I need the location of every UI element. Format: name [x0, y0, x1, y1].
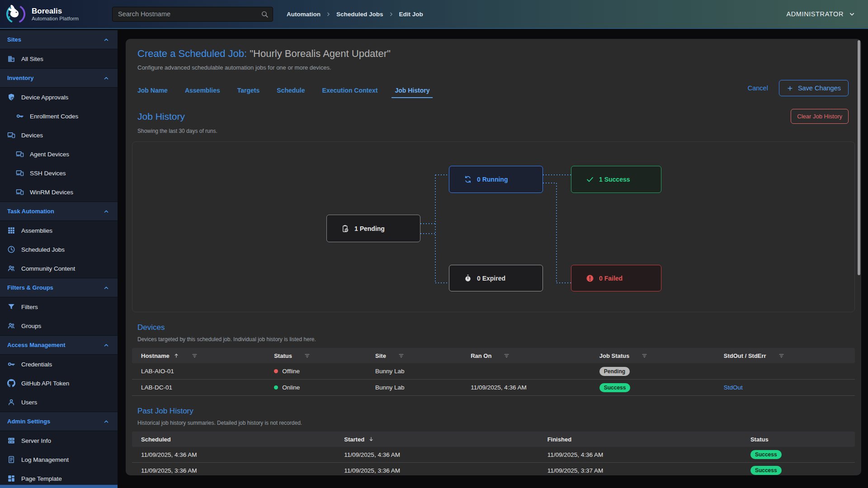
status-cell: Offline	[265, 368, 366, 375]
past-job-history-table: 11/09/2025, 4:36 AM11/09/2025, 4:36 AM11…	[132, 447, 855, 475]
device-row-lab-aio-01[interactable]: LAB-AIO-01OfflineBunny LabPending	[132, 363, 855, 380]
sidebar-item-ssh-devices[interactable]: SSH Devices	[0, 164, 118, 183]
devices-table: LAB-AIO-01OfflineBunny LabPendingLAB-DC-…	[132, 363, 855, 396]
sidebar-item-agent-devices[interactable]: Agent Devices	[0, 145, 118, 164]
column-header-hostname[interactable]: Hostname	[132, 352, 265, 359]
sidebar-item-label: Filters	[21, 304, 38, 310]
filter-icon	[778, 352, 785, 359]
column-header-label: Ran On	[471, 352, 491, 359]
chevron-right-icon	[388, 11, 394, 17]
search-input[interactable]	[112, 7, 273, 22]
sidebar-item-filters[interactable]: Filters	[0, 297, 118, 316]
user-menu-label: ADMINISTRATOR	[787, 10, 844, 18]
device-row-lab-dc-01[interactable]: LAB-DC-01OnlineBunny Lab11/09/2025, 4:36…	[132, 380, 855, 396]
site-cell: Bunny Lab	[366, 384, 462, 391]
devices-icon	[16, 188, 24, 196]
sidebar-item-all-sites[interactable]: All Sites	[0, 49, 118, 68]
column-header-status[interactable]: Status	[265, 352, 366, 359]
stdout-link[interactable]: StdOut	[724, 384, 743, 391]
finished-cell: 11/09/2025, 3:37 AM	[538, 467, 741, 474]
vertical-scrollbar[interactable]	[858, 40, 860, 275]
flow-node-pending[interactable]: 1 Pending	[326, 215, 420, 242]
job-status-cell: Success	[590, 383, 715, 392]
sidebar-item-devices[interactable]: Devices	[0, 126, 118, 145]
user-menu[interactable]: ADMINISTRATOR	[787, 10, 868, 18]
column-header-finished[interactable]: Finished	[538, 436, 741, 443]
stdout-cell: StdOut	[715, 384, 855, 391]
page-title-prefix: Create a Scheduled Job:	[137, 48, 247, 59]
sidebar-section-task-automation[interactable]: Task Automation	[0, 202, 118, 221]
breadcrumb-item: Edit Job	[399, 11, 423, 18]
status-dot-icon	[274, 369, 278, 373]
devices-icon	[16, 169, 24, 177]
sidebar-item-label: Scheduled Jobs	[21, 246, 65, 253]
sidebar-item-device-approvals[interactable]: Device Approvals	[0, 88, 118, 107]
flow-node-label: 0 Failed	[599, 275, 623, 282]
breadcrumb-item[interactable]: Scheduled Jobs	[336, 11, 383, 18]
sidebar-item-enrollment-codes[interactable]: Enrollment Codes	[0, 107, 118, 126]
tab-job-name[interactable]: Job Name	[137, 87, 168, 98]
sidebar-item-label: Enrollment Codes	[30, 113, 78, 120]
hostname-search	[112, 7, 273, 22]
column-header-job-status[interactable]: Job Status	[590, 352, 715, 359]
chevron-right-icon	[326, 11, 331, 17]
tab-job-history[interactable]: Job History	[395, 87, 429, 98]
save-changes-button[interactable]: Save Changes	[779, 80, 849, 96]
layout-icon	[7, 474, 15, 483]
column-header-label: Status	[274, 352, 292, 359]
sidebar-section-access-management[interactable]: Access Management	[0, 335, 118, 355]
tab-schedule[interactable]: Schedule	[277, 87, 305, 98]
chevron-up-icon	[103, 208, 109, 215]
past-job-row[interactable]: 11/09/2025, 4:36 AM11/09/2025, 4:36 AM11…	[132, 447, 855, 463]
sidebar-item-label: Groups	[21, 323, 41, 329]
sidebar-section-filters-groups[interactable]: Filters & Groups	[0, 278, 118, 297]
breadcrumb-item[interactable]: Automation	[287, 11, 321, 18]
sidebar-item-label: All Sites	[21, 56, 43, 62]
status-dot-icon	[274, 385, 278, 389]
sidebar-item-community-content[interactable]: Community Content	[0, 259, 118, 278]
column-header-scheduled[interactable]: Scheduled	[132, 436, 335, 443]
tab-execution-context[interactable]: Execution Context	[322, 87, 378, 98]
clear-job-history-button[interactable]: Clear Job History	[791, 109, 849, 124]
alert-circle-icon	[586, 274, 594, 282]
cancel-button[interactable]: Cancel	[748, 84, 768, 92]
tabs: Job NameAssembliesTargetsScheduleExecuti…	[132, 87, 429, 98]
hostname-cell: LAB-DC-01	[132, 384, 265, 391]
sidebar-item-label: GitHub API Token	[21, 380, 69, 387]
devices-subtitle: Devices targeted by this scheduled job. …	[132, 336, 855, 343]
sidebar-item-server-info[interactable]: Server Info	[0, 431, 118, 450]
chevron-up-icon	[103, 342, 109, 348]
tab-targets[interactable]: Targets	[237, 87, 260, 98]
sidebar-item-users[interactable]: Users	[0, 393, 118, 412]
sidebar-item-github-api-token[interactable]: GitHub API Token	[0, 374, 118, 393]
sidebar-item-log-management[interactable]: Log Management	[0, 450, 118, 469]
sidebar-item-assemblies[interactable]: Assemblies	[0, 221, 118, 240]
sidebar-section-inventory[interactable]: Inventory	[0, 68, 118, 88]
column-header-stdout-stderr[interactable]: StdOut / StdErr	[715, 352, 855, 359]
flow-node-label: 0 Running	[477, 176, 508, 183]
column-header-label: Hostname	[141, 352, 170, 359]
sidebar-item-groups[interactable]: Groups	[0, 316, 118, 335]
sidebar-item-scheduled-jobs[interactable]: Scheduled Jobs	[0, 240, 118, 259]
column-header-status[interactable]: Status	[741, 436, 855, 443]
column-header-site[interactable]: Site	[366, 352, 462, 359]
column-header-ran-on[interactable]: Ran On	[462, 352, 590, 359]
sidebar-section-admin-settings[interactable]: Admin Settings	[0, 412, 118, 431]
sidebar-item-label: Agent Devices	[30, 151, 69, 158]
flow-node-success[interactable]: 1 Success	[571, 166, 661, 193]
log-icon	[7, 455, 15, 464]
filter-icon	[398, 352, 405, 359]
flow-node-label: 1 Pending	[354, 225, 385, 232]
flow-node-failed[interactable]: 0 Failed	[571, 265, 661, 291]
sidebar-item-credentials[interactable]: Credentials	[0, 355, 118, 374]
sidebar-section-sites[interactable]: Sites	[0, 30, 118, 49]
devices-icon	[7, 131, 15, 139]
flow-node-running[interactable]: 0 Running	[449, 166, 543, 193]
column-header-started[interactable]: Started	[335, 436, 538, 443]
flow-node-expired[interactable]: 0 Expired	[449, 265, 543, 291]
sidebar-item-winrm-devices[interactable]: WinRM Devices	[0, 183, 118, 202]
chevron-up-icon	[103, 75, 109, 81]
past-job-row[interactable]: 11/09/2025, 3:36 AM11/09/2025, 3:36 AM11…	[132, 463, 855, 475]
filter-icon	[191, 352, 198, 359]
tab-assemblies[interactable]: Assemblies	[185, 87, 220, 98]
